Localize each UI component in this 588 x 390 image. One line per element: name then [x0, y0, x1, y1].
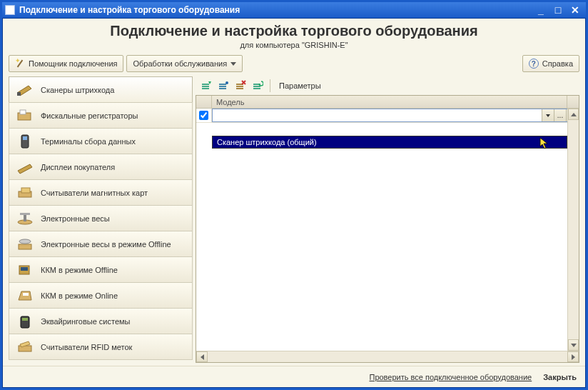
sidebar-item-label: Фискальные регистраторы	[41, 111, 138, 120]
card-reader-icon	[15, 184, 35, 202]
parameters-button[interactable]: Параметры	[275, 81, 325, 90]
scales-icon	[15, 209, 35, 228]
svg-rect-20	[202, 88, 209, 89]
sidebar-item-data-terminals[interactable]: Терминалы сбора данных	[9, 128, 193, 154]
svg-rect-16	[22, 318, 28, 321]
svg-rect-0	[17, 92, 21, 96]
connection-assistant-label: Помощник подключения	[29, 59, 117, 68]
sidebar-item-scales[interactable]: Электронные весы	[9, 205, 193, 231]
page-title: Подключение и настройка торгового оборуд…	[10, 23, 578, 39]
category-sidebar: Сканеры штрихкода Фискальные регистратор…	[9, 76, 193, 363]
page-subtitle: для компьютера "GRISHIN-E"	[10, 41, 578, 49]
cursor-icon	[539, 137, 552, 150]
combo-ellipsis-button[interactable]: ...	[554, 109, 566, 121]
column-header-model[interactable]: Модель	[212, 96, 567, 108]
svg-point-11	[19, 239, 31, 244]
svg-rect-30	[253, 88, 260, 89]
scroll-up-button[interactable]	[568, 109, 579, 120]
sidebar-item-label: Электронные весы	[41, 214, 110, 223]
svg-rect-27	[236, 88, 243, 89]
sidebar-item-card-readers[interactable]: Считыватели магнитных карт	[9, 179, 193, 206]
svg-rect-19	[202, 86, 209, 87]
window-title: Подключение и настройка торгового оборуд…	[19, 5, 240, 15]
svg-rect-2	[20, 110, 26, 114]
customer-display-icon	[15, 158, 35, 176]
svg-rect-14	[23, 293, 29, 296]
svg-rect-26	[236, 86, 243, 87]
combo-dropdown-button[interactable]	[542, 109, 554, 121]
scroll-right-button[interactable]	[567, 351, 579, 362]
fiscal-register-icon	[15, 106, 35, 125]
sidebar-item-label: Сканеры штрихкода	[41, 86, 114, 94]
scales-offline-icon	[15, 235, 35, 254]
sidebar-item-label: Электронные весы в режиме Offline	[41, 240, 171, 249]
rfid-icon	[15, 338, 35, 356]
check-all-equipment-link[interactable]: Проверить все подключенное оборудование	[369, 373, 532, 381]
help-icon: ?	[529, 59, 539, 69]
sidebar-item-label: ККМ в режиме Offline	[41, 266, 118, 274]
model-combo[interactable]: ...	[212, 109, 579, 122]
scroll-down-button[interactable]	[568, 339, 579, 351]
model-combo-input[interactable]	[213, 109, 542, 121]
connection-assistant-button[interactable]: Помощник подключения	[9, 55, 123, 72]
svg-rect-29	[253, 86, 260, 87]
svg-rect-13	[21, 267, 28, 271]
horizontal-scrollbar[interactable]	[196, 351, 579, 362]
acquiring-icon	[15, 312, 35, 331]
barcode-scanner-icon	[15, 81, 35, 99]
chevron-down-icon	[546, 114, 550, 117]
chevron-down-icon	[230, 62, 236, 66]
sidebar-item-label: Считыватели магнитных карт	[41, 189, 148, 197]
svg-rect-10	[19, 244, 31, 249]
row-checkbox-cell[interactable]	[196, 109, 212, 122]
wand-icon	[15, 59, 25, 69]
svg-rect-17	[19, 346, 31, 351]
svg-point-24	[225, 81, 228, 84]
edit-row-button[interactable]	[216, 78, 231, 94]
svg-rect-8	[24, 214, 26, 221]
maintenance-dropdown-button[interactable]: Обработки обслуживания	[126, 55, 243, 72]
help-label: Справка	[542, 59, 573, 68]
sidebar-item-label: Терминалы сбора данных	[41, 137, 136, 146]
sidebar-item-rfid[interactable]: Считыватели RFID меток	[9, 334, 193, 360]
svg-rect-6	[21, 188, 30, 193]
dropdown-item-label: Сканер штрихкода (общий)	[217, 138, 317, 146]
dropdown-item[interactable]: Сканер штрихкода (общий)	[213, 136, 567, 148]
maximize-button[interactable]: □	[550, 4, 566, 16]
close-button[interactable]: Закрыть	[543, 373, 577, 381]
vertical-scrollbar[interactable]	[567, 109, 579, 351]
data-terminal-icon	[15, 132, 35, 151]
svg-rect-9	[20, 213, 30, 215]
sidebar-item-customer-displays[interactable]: Дисплеи покупателя	[9, 154, 193, 180]
svg-rect-22	[219, 86, 226, 87]
sidebar-item-label: Эквайринговые системы	[41, 317, 131, 326]
document-icon	[5, 5, 15, 15]
svg-rect-21	[219, 84, 226, 85]
model-dropdown[interactable]: Сканер штрихкода (общий)	[212, 136, 567, 149]
svg-rect-23	[219, 88, 226, 89]
titlebar[interactable]: Подключение и настройка торгового оборуд…	[2, 2, 586, 18]
table-row[interactable]: ...	[196, 109, 579, 123]
kkm-online-icon	[15, 286, 35, 305]
sidebar-item-barcode-scanners[interactable]: Сканеры штрихкода	[9, 76, 193, 103]
kkm-offline-icon	[15, 261, 35, 279]
sidebar-item-label: ККМ в режиме Online	[41, 291, 118, 300]
add-row-button[interactable]	[198, 78, 214, 94]
sidebar-item-fiscal-registers[interactable]: Фискальные регистраторы	[9, 102, 193, 129]
maintenance-label: Обработки обслуживания	[133, 59, 227, 68]
minimize-button[interactable]: _	[533, 4, 549, 16]
sidebar-item-label: Считыватели RFID меток	[41, 343, 132, 351]
refresh-button[interactable]	[250, 78, 265, 94]
sidebar-item-acquiring[interactable]: Эквайринговые системы	[9, 308, 193, 334]
row-checkbox[interactable]	[199, 111, 208, 120]
close-window-button[interactable]: ✕	[567, 4, 583, 16]
sidebar-item-scales-offline[interactable]: Электронные весы в режиме Offline	[9, 231, 193, 257]
scroll-left-button[interactable]	[196, 351, 208, 362]
svg-rect-18	[202, 84, 209, 85]
sidebar-item-kkm-online[interactable]: ККМ в режиме Online	[9, 282, 193, 309]
sidebar-item-kkm-offline[interactable]: ККМ в режиме Offline	[9, 256, 193, 283]
column-header-check[interactable]	[196, 96, 212, 108]
help-button[interactable]: ? Справка	[522, 55, 579, 72]
sidebar-item-label: Дисплеи покупателя	[41, 163, 115, 171]
delete-row-button[interactable]	[233, 78, 248, 94]
